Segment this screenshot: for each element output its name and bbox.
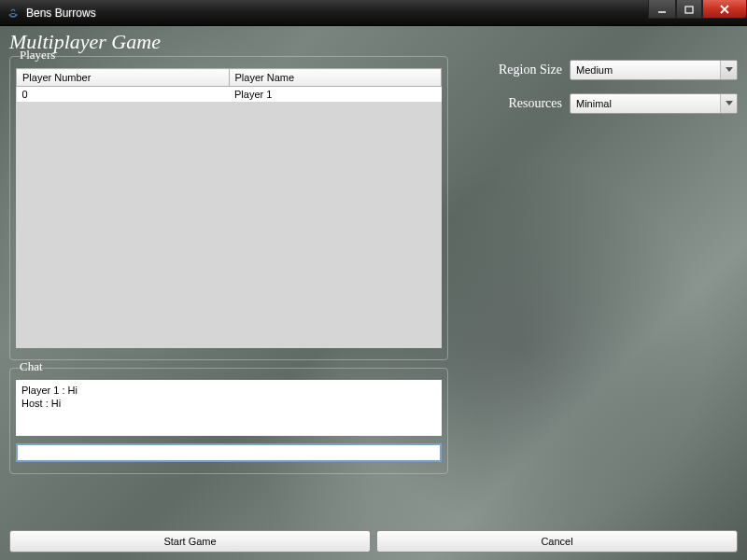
window-title: Bens Burrows [26,7,96,20]
start-game-button[interactable]: Start Game [9,530,371,553]
content-area: Multiplayer Game Players Player Number P… [0,26,747,560]
cancel-button[interactable]: Cancel [376,530,738,553]
players-group: Players Player Number Player Name 0 [9,56,448,360]
chat-message: Host : Hi [21,397,436,410]
chat-message: Player 1 : Hi [21,384,436,397]
maximize-button[interactable] [676,0,702,19]
chat-log[interactable]: Player 1 : Hi Host : Hi [16,380,442,436]
close-icon [720,5,729,14]
page-title: Multiplayer Game [9,30,738,54]
resources-label: Resources [476,96,570,111]
svg-rect-1 [685,7,693,13]
cell-player-number: 0 [17,87,230,103]
players-table[interactable]: Player Number Player Name 0 Player 1 [16,68,442,348]
minimize-icon [657,5,667,14]
region-size-value: Medium [576,64,613,76]
table-row[interactable]: 0 Player 1 [17,87,442,103]
chat-group-label: Chat [18,359,45,374]
bottom-button-bar: Start Game Cancel [9,530,738,553]
start-game-label: Start Game [163,536,216,547]
resources-select[interactable]: Minimal [570,93,738,114]
cancel-label: Cancel [541,536,572,547]
java-icon [6,6,21,21]
chat-input[interactable] [16,443,442,462]
region-size-select[interactable]: Medium [570,60,738,80]
setting-region-size: Region Size Medium [476,60,738,80]
window-titlebar: Bens Burrows [0,0,747,26]
maximize-icon [684,5,694,14]
region-size-label: Region Size [476,63,570,77]
window-controls [648,0,747,19]
setting-resources: Resources Minimal [476,93,738,114]
chevron-down-icon [720,94,737,113]
chevron-down-icon [720,61,737,79]
cell-player-name: Player 1 [229,87,442,103]
minimize-button[interactable] [648,0,676,19]
column-header-name[interactable]: Player Name [229,69,442,87]
close-button[interactable] [702,0,747,19]
players-group-label: Players [18,48,57,63]
resources-value: Minimal [576,98,612,109]
chat-group: Chat Player 1 : Hi Host : Hi [9,368,448,474]
column-header-number[interactable]: Player Number [17,69,230,87]
